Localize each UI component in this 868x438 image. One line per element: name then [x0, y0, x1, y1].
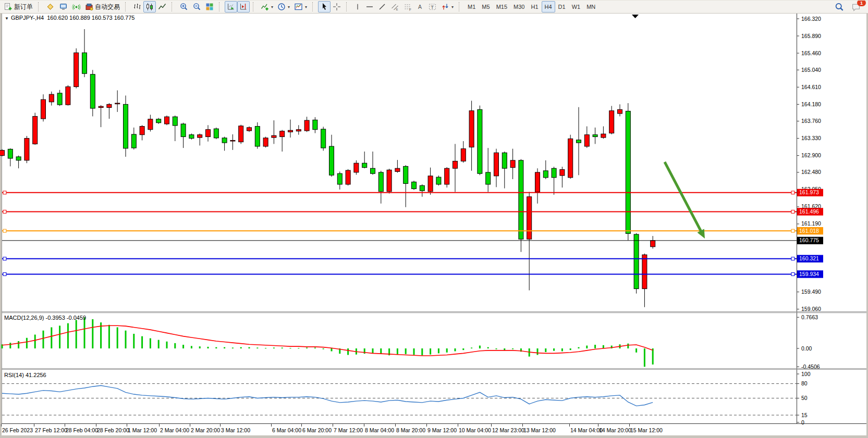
vertical-line-tool-button[interactable]: [352, 1, 363, 12]
tile-windows-button[interactable]: [203, 1, 216, 12]
macd-histogram-bar: [314, 347, 316, 348]
autotrading-button[interactable]: 自动交易: [83, 1, 122, 12]
candle-body: [584, 135, 589, 146]
rsi-axis-label: 15: [801, 412, 808, 418]
gold-ingot-icon: [46, 3, 55, 11]
horizontal-line-tool-button[interactable]: [363, 1, 376, 12]
chart-canvas[interactable]: 161.973161.496161.018160.775160.321159.9…: [0, 1, 868, 438]
macd-histogram-bar: [644, 348, 645, 367]
level-handle-left[interactable]: [3, 272, 6, 276]
candle-body: [609, 111, 614, 133]
level-handle-left[interactable]: [3, 210, 6, 213]
trendline-tool-button[interactable]: [376, 1, 388, 12]
price-axis-label: 162.900: [801, 152, 821, 158]
candle-body: [25, 139, 29, 160]
chart-shift-marker[interactable]: [632, 15, 639, 18]
templates-button[interactable]: ▾: [292, 1, 309, 12]
macd-histogram-bar: [512, 348, 514, 349]
signals-button[interactable]: [70, 1, 83, 12]
trend-arrow-line[interactable]: [665, 162, 702, 232]
timeframe-m1-button[interactable]: M1: [464, 1, 479, 12]
candle-body: [453, 161, 458, 168]
macd-histogram-bar: [158, 340, 160, 348]
candle-body: [519, 160, 523, 239]
timeframe-m15-button[interactable]: M15: [493, 1, 510, 12]
zoom-in-icon: [179, 3, 188, 11]
macd-histogram-bar: [84, 317, 85, 348]
bar-chart-mode-button[interactable]: [131, 1, 143, 12]
level-handle-left[interactable]: [3, 229, 6, 232]
macd-histogram-bar: [26, 338, 28, 348]
timeframe-d1-button[interactable]: D1: [555, 1, 569, 12]
arrows-tool-button[interactable]: ▾: [439, 1, 456, 12]
symbol-timeframe-label: GBPJPY-,H4: [11, 15, 44, 21]
symbol-dropdown-icon[interactable]: ▼: [5, 16, 9, 21]
price-axis-label: 164.610: [801, 84, 821, 90]
candle-body: [618, 109, 622, 114]
candlestick-mode-button[interactable]: [143, 1, 156, 12]
candle-body: [74, 53, 79, 86]
level-handle-left[interactable]: [3, 257, 6, 260]
macd-histogram-bar: [438, 348, 439, 353]
fibonacci-tool-button[interactable]: F: [401, 1, 414, 12]
level-handle-right[interactable]: [791, 191, 794, 194]
macd-histogram-bar: [462, 348, 464, 350]
line-chart-mode-button[interactable]: [156, 1, 168, 12]
timeframe-h4-button[interactable]: H4: [542, 1, 555, 12]
timeframe-m30-button[interactable]: M30: [510, 1, 528, 12]
signal-broadcast-icon: [72, 3, 81, 11]
date-axis-label: 27 Feb 12:00: [35, 427, 67, 433]
candle-body: [156, 119, 161, 123]
candle-body: [288, 130, 293, 132]
macd-histogram-bar: [43, 331, 44, 348]
notifications-button[interactable]: 1: [849, 1, 863, 12]
timeframe-h1-button[interactable]: H1: [528, 1, 541, 12]
auto-scroll-button[interactable]: [225, 1, 237, 12]
date-axis-label: 9 Mar 12:00: [427, 427, 457, 433]
vps-button[interactable]: [57, 1, 70, 12]
date-axis-label: 2 Mar 04:00: [160, 427, 189, 433]
rsi-axis-label: 0: [801, 419, 804, 426]
level-handle-right[interactable]: [791, 210, 794, 213]
new-order-label: 新订单: [14, 3, 33, 11]
level-handle-right[interactable]: [791, 272, 794, 276]
zoom-out-button[interactable]: [190, 1, 203, 12]
periods-button[interactable]: ▾: [275, 1, 292, 12]
macd-indicator-label: MACD(12,26,9) -0.3953 -0.0459: [4, 315, 86, 321]
chart-shift-button[interactable]: [237, 1, 250, 12]
level-handle-left[interactable]: [3, 191, 6, 194]
date-axis-label: 14 Mar 04:00: [570, 427, 603, 433]
new-order-button[interactable]: 新订单: [2, 1, 35, 12]
zoom-in-button[interactable]: [177, 1, 190, 12]
price-axis-label: 159.490: [801, 289, 821, 295]
candle-body: [33, 116, 38, 144]
equidistant-channel-tool-button[interactable]: E: [388, 1, 401, 12]
candle-body: [395, 168, 400, 171]
cursor-tool-button[interactable]: [318, 1, 331, 12]
toolbar-separator: [346, 2, 350, 11]
crosshair-tool-button[interactable]: [331, 1, 343, 12]
svg-text:T: T: [431, 4, 434, 10]
fibonacci-icon: F: [404, 3, 412, 11]
candle-body: [57, 93, 62, 105]
level-handle-right[interactable]: [791, 257, 794, 260]
price-level-badge-text: 160.321: [799, 255, 819, 261]
macd-histogram-bar: [413, 348, 415, 355]
text-label-tool-button[interactable]: T: [426, 1, 439, 12]
macd-signal-line: [2, 326, 653, 356]
market-button[interactable]: [44, 1, 57, 12]
indicators-button[interactable]: ▾: [259, 1, 275, 12]
text-tool-button[interactable]: A: [414, 1, 426, 12]
timeframe-w1-button[interactable]: W1: [569, 1, 584, 12]
clock-icon: [277, 3, 286, 11]
macd-histogram-bar: [496, 348, 497, 349]
level-handle-right[interactable]: [791, 229, 794, 232]
candle-body: [593, 135, 597, 137]
search-button[interactable]: [833, 1, 846, 12]
macd-histogram-bar: [51, 327, 52, 348]
timeframe-m5-button[interactable]: M5: [479, 1, 493, 12]
date-axis-label: 7 Mar 12:00: [334, 427, 363, 433]
timeframe-mn-button[interactable]: MN: [583, 1, 598, 12]
macd-histogram-bar: [570, 348, 571, 350]
macd-histogram-bar: [455, 348, 456, 351]
